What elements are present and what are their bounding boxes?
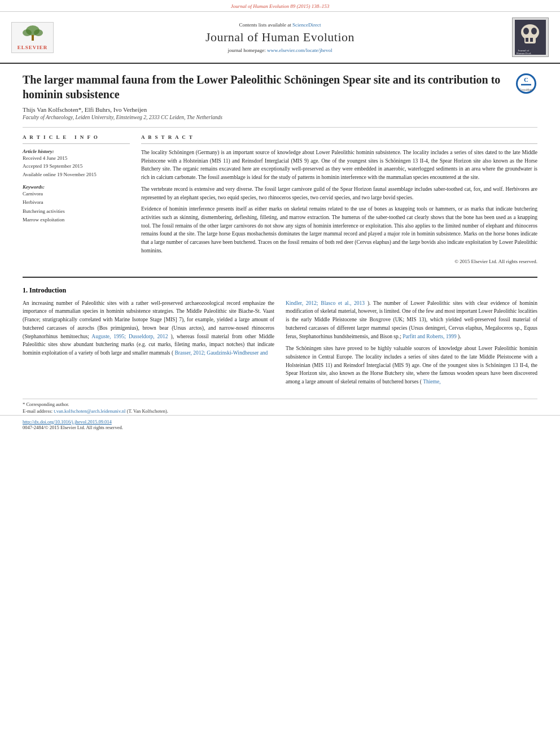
article-info-abstract-layout: A R T I C L E I N F O Article history: R… <box>23 134 537 264</box>
email-suffix: (T. Van Kolfschoten). <box>127 408 168 414</box>
article-info-heading: A R T I C L E I N F O <box>23 134 130 140</box>
elsevier-plant-icon <box>21 25 44 43</box>
journal-logo-svg: Journal of Human Evol. <box>515 20 546 55</box>
keyword-1: Carnivora <box>23 190 130 198</box>
body-left-para1: An increasing number of Paleolithic site… <box>23 299 274 357</box>
journal-reference-text: Journal of Human Evolution 89 (2015) 138… <box>231 3 330 9</box>
author-email[interactable]: t.van.kolfschoten@arch.leidenuniv.nl <box>54 408 125 414</box>
abstract-divider <box>141 143 537 144</box>
body-right-para2: The Schöningen sites have proved to be h… <box>286 344 537 386</box>
doi-link[interactable]: http://dx.doi.org/10.1016/j.jhevol.2015.… <box>23 419 112 425</box>
contents-available-line: Contents lists available at ScienceDirec… <box>56 22 504 28</box>
keyword-2: Herbivora <box>23 198 130 207</box>
available-date: Available online 19 November 2015 <box>23 171 130 178</box>
article-authors: Thijs Van Kolfschoten*, Elfi Buhrs, Ivo … <box>23 106 506 113</box>
elsevier-wordmark: ELSEVIER <box>18 45 48 50</box>
footnote-section: * Corresponding author. E-mail address: … <box>23 399 537 414</box>
svg-rect-7 <box>526 38 528 42</box>
journal-skull-logo: Journal of Human Evol. <box>512 18 549 57</box>
keywords-list: Carnivora Herbivora Butchering activitie… <box>23 190 130 224</box>
article-affiliation: Faculty of Archaeology, Leiden Universit… <box>23 115 506 120</box>
email-note: E-mail address: t.van.kolfschoten@arch.l… <box>23 408 537 414</box>
homepage-label: journal homepage: <box>228 47 266 53</box>
page-wrapper: Journal of Human Evolution 89 (2015) 138… <box>0 0 560 434</box>
body-content-area: 1. Introduction An increasing number of … <box>0 278 560 399</box>
corresponding-label: * Corresponding author. <box>23 401 69 407</box>
sciencedirect-link[interactable]: ScienceDirect <box>292 22 321 28</box>
body-right-thieme-ref[interactable]: Thieme, <box>423 379 440 385</box>
article-title-block: The larger mammal fauna from the Lower P… <box>23 72 506 123</box>
elsevier-branding: ELSEVIER <box>11 22 54 53</box>
body-right-column: Kindler, 2012; Blasco et al., 2013 ). Th… <box>286 299 537 390</box>
body-right-para2-text: The Schöningen sites have proved to be h… <box>286 346 537 385</box>
page-footer: http://dx.doi.org/10.1016/j.jhevol.2015.… <box>0 415 560 434</box>
body-left-column: An increasing number of Paleolithic site… <box>23 299 274 390</box>
article-history-block: Article history: Received 4 June 2015 Ac… <box>23 148 130 178</box>
journal-reference-bar: Journal of Human Evolution 89 (2015) 138… <box>0 0 560 12</box>
abstract-paragraph-1: The locality Schöningen (Germany) is an … <box>141 148 537 182</box>
keyword-4: Marrow exploitation <box>23 216 130 224</box>
abstract-heading: A B S T R A C T <box>141 134 537 140</box>
body-right-parfitt-ref[interactable]: Parfitt and Roberts, 1999 <box>403 334 457 339</box>
issn-line: 0047-2484/© 2015 Elsevier Ltd. All right… <box>23 425 537 430</box>
svg-rect-8 <box>530 38 533 42</box>
copyright-line: © 2015 Elsevier Ltd. All rights reserved… <box>141 259 537 264</box>
body-right-para1: Kindler, 2012; Blasco et al., 2013 ). Th… <box>286 299 537 341</box>
svg-rect-3 <box>32 35 34 41</box>
article-info-column: A R T I C L E I N F O Article history: R… <box>23 134 130 264</box>
crossmark-icon: C CrossMark <box>515 72 537 95</box>
body-left-ref1[interactable]: Auguste, 1995; Dusseldorp, 2012 <box>91 334 168 339</box>
homepage-url[interactable]: www.elsevier.com/locate/jhevol <box>267 47 332 53</box>
authors-text: Thijs Van Kolfschoten*, Elfi Buhrs, Ivo … <box>23 106 147 113</box>
abstract-column: A B S T R A C T The locality Schöningen … <box>141 134 537 264</box>
journal-header: ELSEVIER Contents lists available at Sci… <box>0 12 560 64</box>
svg-point-10 <box>531 28 537 34</box>
keywords-label: Keywords: <box>23 184 130 190</box>
abstract-paragraph-3: Evidence of hominin interference present… <box>141 205 537 255</box>
body-two-column-layout: An increasing number of Paleolithic site… <box>23 299 537 390</box>
svg-point-9 <box>523 28 529 34</box>
section1-heading: 1. Introduction <box>23 286 537 295</box>
keywords-block: Keywords: Carnivora Herbivora Butchering… <box>23 184 130 224</box>
homepage-line: journal homepage: www.elsevier.com/locat… <box>56 47 504 53</box>
svg-text:C: C <box>524 76 528 83</box>
article-title: The larger mammal fauna from the Lower P… <box>23 72 506 102</box>
contents-label: Contents lists available at <box>239 22 291 28</box>
svg-point-2 <box>34 29 43 36</box>
crossmark-badge[interactable]: C CrossMark <box>515 72 537 95</box>
history-label: Article history: <box>23 148 130 154</box>
svg-point-1 <box>23 29 32 36</box>
received-date: Received 4 June 2015 <box>23 154 130 162</box>
abstract-paragraph-2: The vertebrate record is extensive and v… <box>141 185 537 202</box>
accepted-date: Accepted 19 September 2015 <box>23 162 130 170</box>
info-divider <box>23 143 130 144</box>
email-label: E-mail address: <box>23 408 53 414</box>
svg-text:Human Evol.: Human Evol. <box>517 52 532 55</box>
corresponding-author-note: * Corresponding author. <box>23 401 537 407</box>
article-title-section: The larger mammal fauna from the Lower P… <box>23 72 537 128</box>
header-center-content: Contents lists available at ScienceDirec… <box>56 22 504 53</box>
svg-text:CrossMark: CrossMark <box>519 88 533 91</box>
body-right-close-paren: ). <box>458 334 461 339</box>
doi-line: http://dx.doi.org/10.1016/j.jhevol.2015.… <box>23 419 537 425</box>
body-right-ref1[interactable]: Kindler, 2012; Blasco et al., 2013 <box>286 300 365 306</box>
journal-logo-right: Journal of Human Evol. <box>504 18 549 57</box>
body-left-ref2[interactable]: Brasser, 2012; Gaudzinski-Windheuser and <box>174 350 268 356</box>
journal-title: Journal of Human Evolution <box>56 30 504 45</box>
elsevier-logo-left: ELSEVIER <box>11 22 56 53</box>
article-content-area: The larger mammal fauna from the Lower P… <box>0 64 560 270</box>
keyword-3: Butchering activities <box>23 207 130 216</box>
abstract-text: The locality Schöningen (Germany) is an … <box>141 148 537 255</box>
